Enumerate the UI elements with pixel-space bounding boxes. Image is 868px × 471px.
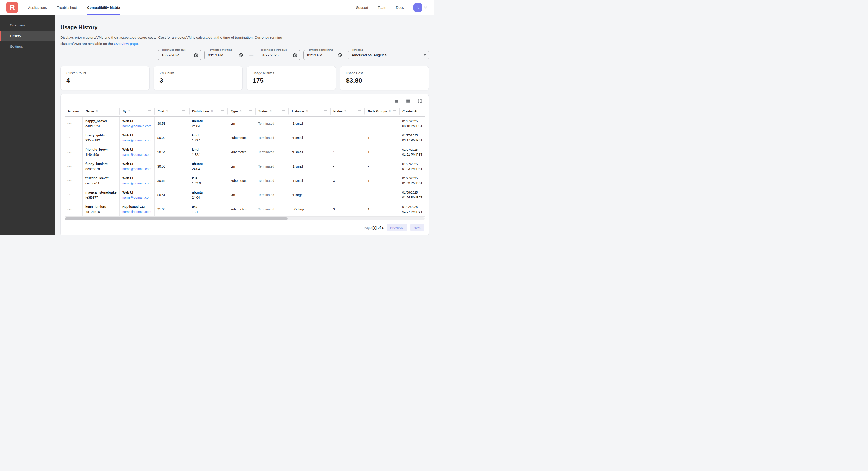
nodes-value: - — [333, 193, 362, 198]
cluster-name: frosty_galileo — [86, 133, 117, 138]
sidebar-item-history[interactable]: History — [0, 31, 55, 41]
cell-status: Terminated — [255, 145, 289, 159]
column-header-name[interactable]: Name ⇅ — [83, 106, 120, 116]
created-by-email-link[interactable]: name@domain.com — [122, 138, 152, 143]
cell-status: Terminated — [255, 202, 289, 216]
horizontal-scrollbar[interactable] — [65, 217, 425, 220]
column-label: Cost — [158, 110, 164, 113]
column-header-status[interactable]: Status ⇅ — [255, 106, 289, 116]
sort-arrows-icon[interactable]: ⇅ — [306, 110, 308, 113]
sidebar-item-overview[interactable]: Overview — [0, 20, 55, 31]
scrollbar-thumb[interactable] — [65, 217, 288, 220]
sort-desc-icon[interactable]: ↓ — [419, 109, 421, 113]
nav-item-docs[interactable]: Docs — [396, 5, 404, 9]
row-actions-button[interactable]: ••• — [67, 122, 72, 125]
row-actions-button[interactable]: ••• — [67, 151, 72, 154]
column-header-distribution[interactable]: Distribution ⇅ — [189, 106, 228, 116]
terminated-before-date-field[interactable]: Terminated before date 01/27/2025 — [257, 50, 300, 60]
sort-arrows-icon[interactable]: ⇅ — [96, 110, 98, 113]
nav-item-applications[interactable]: Applications — [28, 0, 47, 15]
created-by-email-link[interactable]: name@domain.com — [122, 152, 152, 157]
fullscreen-icon[interactable] — [417, 98, 423, 104]
stat-value: 4 — [66, 77, 144, 84]
cell-distribution: ubuntu 24.04 — [189, 117, 228, 131]
column-header-by[interactable]: By ⇅ — [120, 106, 155, 116]
sort-arrows-icon[interactable]: ⇅ — [344, 110, 347, 113]
next-page-button[interactable]: Next — [410, 224, 424, 231]
row-actions-button[interactable]: ••• — [67, 194, 72, 197]
columns-icon[interactable] — [394, 98, 399, 104]
sort-arrows-icon[interactable]: ⇅ — [239, 110, 242, 113]
overview-page-link[interactable]: Overview page — [114, 42, 138, 46]
cost-value: $0.00 — [157, 136, 186, 141]
created-date: 01/27/2025 — [402, 147, 422, 152]
timezone-select[interactable]: Timezone America/Los_Angeles — [348, 50, 429, 60]
column-header-instance[interactable]: Instance ⇅ — [289, 106, 330, 116]
clock-icon[interactable] — [335, 53, 342, 57]
field-value: 03:19 PM — [208, 53, 223, 57]
column-header-nodes[interactable]: Nodes ⇅ — [330, 106, 365, 116]
column-menu-icon[interactable] — [182, 110, 185, 112]
cell-instance: m6i.large — [289, 202, 330, 216]
sidebar-item-settings[interactable]: Settings — [0, 41, 55, 52]
replicated-logo[interactable]: R — [6, 2, 18, 13]
created-by-source: Web UI — [122, 147, 152, 152]
calendar-icon[interactable] — [191, 53, 198, 57]
clock-icon[interactable] — [236, 53, 243, 57]
column-menu-icon[interactable] — [282, 110, 285, 112]
row-actions-button[interactable]: ••• — [67, 179, 72, 182]
column-header-type[interactable]: Type ⇅ — [228, 106, 255, 116]
stat-label: Usage Cost — [346, 71, 423, 75]
column-menu-icon[interactable] — [148, 110, 151, 112]
cell-instance: r1.small — [289, 117, 330, 131]
column-label: Type — [231, 110, 238, 113]
column-menu-icon[interactable] — [393, 110, 396, 112]
column-menu-icon[interactable] — [221, 110, 224, 112]
sort-arrows-icon[interactable]: ⇅ — [166, 110, 168, 113]
sort-arrows-icon[interactable]: ⇅ — [389, 110, 391, 113]
density-icon[interactable] — [405, 98, 411, 104]
calendar-icon[interactable] — [290, 53, 298, 57]
terminated-after-time-field[interactable]: Terminated after time 03:19 PM — [204, 50, 246, 60]
cell-name: funny_lumiere de9ed87d — [83, 159, 120, 174]
node-groups-value: 1 — [368, 207, 397, 212]
cell-cost: $0.00 — [155, 131, 189, 145]
table-row: ••• magical_stonebraker fe3f8977 Web UI … — [65, 188, 425, 202]
column-menu-icon[interactable] — [324, 110, 327, 112]
nav-item-support[interactable]: Support — [356, 5, 368, 9]
created-by-source: Web UI — [122, 176, 152, 181]
stat-value: 3 — [160, 77, 237, 84]
row-actions-button[interactable]: ••• — [67, 208, 72, 211]
created-by-email-link[interactable]: name@domain.com — [122, 167, 152, 172]
created-date: 01/27/2025 — [402, 119, 422, 124]
cell-by: Web UI name@domain.com — [120, 131, 155, 145]
instance-value: r1.small — [292, 136, 327, 141]
column-menu-icon[interactable] — [249, 110, 252, 112]
previous-page-button[interactable]: Previous — [386, 224, 407, 231]
created-by-email-link[interactable]: name@domain.com — [122, 209, 152, 214]
avatar[interactable]: K — [413, 3, 422, 12]
caret-down-icon[interactable] — [421, 54, 426, 56]
sort-arrows-icon[interactable]: ⇅ — [211, 110, 213, 113]
account-menu[interactable]: K — [413, 3, 427, 12]
column-header-created-at[interactable]: Created At ↓ — [399, 106, 425, 116]
created-by-email-link[interactable]: name@domain.com — [122, 124, 152, 129]
row-actions-button[interactable]: ••• — [67, 165, 72, 168]
column-header-cost[interactable]: Cost ⇅ — [155, 106, 189, 116]
created-by-email-link[interactable]: name@domain.com — [122, 195, 152, 200]
terminated-after-date-field[interactable]: Terminated after date 10/27/2024 — [158, 50, 202, 60]
column-menu-icon[interactable] — [358, 110, 361, 112]
column-header-node-groups[interactable]: Node Groups ⇅ — [365, 106, 399, 116]
filter-icon[interactable] — [382, 98, 388, 104]
created-by-email-link[interactable]: name@domain.com — [122, 181, 152, 186]
status-badge: Terminated — [258, 121, 286, 126]
nav-item-troubleshoot[interactable]: Troubleshoot — [57, 0, 77, 15]
row-actions-button[interactable]: ••• — [67, 137, 72, 139]
sort-arrows-icon[interactable]: ⇅ — [128, 110, 131, 113]
nav-item-compatibility-matrix[interactable]: Compatibility Matrix — [87, 0, 120, 15]
nav-item-team[interactable]: Team — [378, 5, 386, 9]
sort-arrows-icon[interactable]: ⇅ — [270, 110, 272, 113]
terminated-before-time-field[interactable]: Terminated before time 03:19 PM — [303, 50, 345, 60]
cell-by: Web UI name@domain.com — [120, 188, 155, 202]
row-actions-cell: ••• — [65, 117, 83, 131]
